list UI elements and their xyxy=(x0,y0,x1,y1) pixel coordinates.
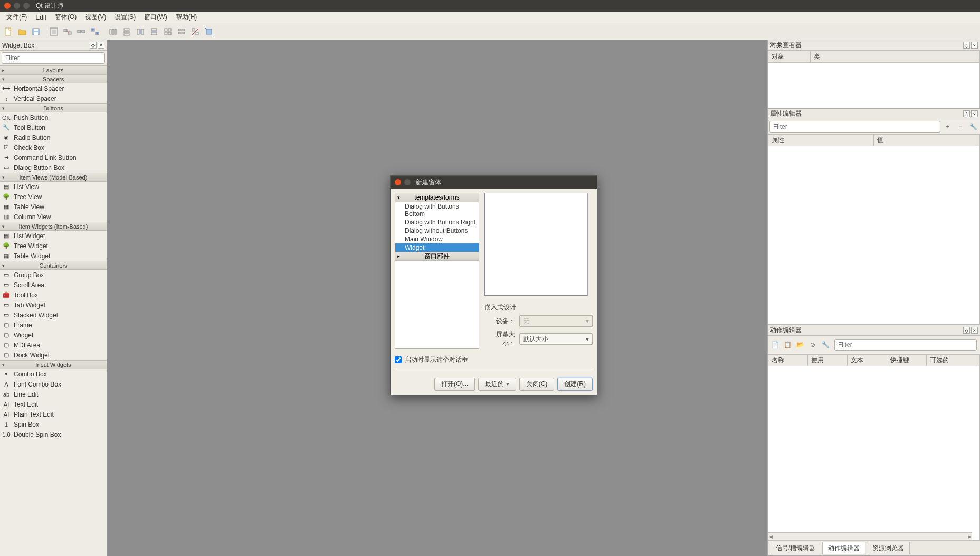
adjust-size-icon[interactable] xyxy=(203,25,215,38)
edit-widgets-icon[interactable] xyxy=(47,25,60,38)
panel-float-icon[interactable]: ◇ xyxy=(963,42,970,49)
widget-category[interactable]: ▾Input Widgets xyxy=(0,360,107,369)
tab-signals-slots[interactable]: 信号/槽编辑器 xyxy=(770,542,821,554)
configure-icon[interactable]: 🔧 xyxy=(968,121,978,132)
copy-action-icon[interactable]: 📋 xyxy=(782,340,793,350)
widget-category[interactable]: ▾Item Widgets (Item-Based) xyxy=(0,222,107,231)
widget-item[interactable]: AFont Combo Box xyxy=(0,379,107,389)
widget-category[interactable]: ▾Containers xyxy=(0,261,107,270)
widget-item[interactable]: ▭Scroll Area xyxy=(0,280,107,290)
widget-category[interactable]: ▸Layouts xyxy=(0,65,107,74)
template-item[interactable]: Dialog without Buttons xyxy=(395,227,479,235)
menu-settings[interactable]: 设置(S) xyxy=(110,12,140,23)
widget-item[interactable]: ▦Table View xyxy=(0,202,107,212)
recent-button[interactable]: 最近的 xyxy=(478,378,516,391)
widget-category[interactable]: ▾Buttons xyxy=(0,103,107,112)
template-item[interactable]: Main Window xyxy=(395,235,479,243)
design-canvas[interactable]: 新建窗体 ▾templates/forms Dialog with Button… xyxy=(107,40,767,556)
layout-hbox-icon[interactable] xyxy=(107,25,119,38)
open-button[interactable]: 打开(O)... xyxy=(434,378,475,391)
template-item[interactable]: Widget xyxy=(395,243,479,252)
new-action-icon[interactable]: 📄 xyxy=(769,340,780,350)
screen-size-select[interactable]: 默认大小▾ xyxy=(519,333,593,345)
delete-action-icon[interactable]: ⊘ xyxy=(807,340,818,350)
panel-close-icon[interactable]: × xyxy=(98,42,104,49)
panel-close-icon[interactable]: × xyxy=(971,42,978,49)
panel-float-icon[interactable]: ◇ xyxy=(963,327,970,334)
widget-item[interactable]: AIText Edit xyxy=(0,399,107,409)
widget-item[interactable]: ▭Dialog Button Box xyxy=(0,163,107,173)
widget-item[interactable]: ⟷Horizontal Spacer xyxy=(0,83,107,93)
widget-item[interactable]: ▢MDI Area xyxy=(0,340,107,350)
action-col-shortcut[interactable]: 快捷键 xyxy=(887,355,927,366)
menu-form[interactable]: 窗体(O) xyxy=(51,12,81,23)
close-icon[interactable] xyxy=(4,3,11,9)
layout-form-icon[interactable] xyxy=(175,25,188,38)
widget-item[interactable]: 🌳Tree View xyxy=(0,192,107,202)
edit-taborder-icon[interactable] xyxy=(89,25,101,38)
widget-item[interactable]: ▦Table Widget xyxy=(0,251,107,261)
save-file-icon[interactable] xyxy=(30,25,42,38)
horizontal-scrollbar[interactable]: ◂▸ xyxy=(768,532,972,540)
layout-grid-icon[interactable] xyxy=(161,25,174,38)
templates-tree[interactable]: ▾templates/forms Dialog with Buttons Bot… xyxy=(395,193,479,349)
close-button[interactable]: 关闭(C) xyxy=(519,378,555,391)
action-col-checkable[interactable]: 可选的 xyxy=(927,355,979,366)
break-layout-icon[interactable] xyxy=(189,25,202,38)
paste-action-icon[interactable]: 📂 xyxy=(795,340,805,350)
add-property-icon[interactable]: + xyxy=(943,121,953,132)
panel-close-icon[interactable]: × xyxy=(971,110,978,117)
widget-item[interactable]: ▤List View xyxy=(0,182,107,192)
templates-header[interactable]: ▾templates/forms xyxy=(395,193,479,202)
menu-edit[interactable]: Edit xyxy=(31,13,51,22)
widget-category[interactable]: ▾Spacers xyxy=(0,74,107,83)
new-file-icon[interactable] xyxy=(2,25,15,38)
dialog-close-icon[interactable] xyxy=(395,179,401,185)
widget-item[interactable]: ▢Frame xyxy=(0,320,107,330)
widget-box-list[interactable]: ▸Layouts▾Spacers⟷Horizontal Spacer↕Verti… xyxy=(0,65,107,556)
tab-resource-browser[interactable]: 资源浏览器 xyxy=(867,542,910,554)
widget-item[interactable]: ▢Dock Widget xyxy=(0,350,107,360)
widget-item[interactable]: abLine Edit xyxy=(0,389,107,399)
object-col-object[interactable]: 对象 xyxy=(768,51,811,62)
action-col-name[interactable]: 名称 xyxy=(768,355,808,366)
widget-item[interactable]: 🌳Tree Widget xyxy=(0,241,107,251)
object-col-class[interactable]: 类 xyxy=(811,51,979,62)
widget-item[interactable]: ↕Vertical Spacer xyxy=(0,93,107,103)
window-parts-header[interactable]: ▸窗口部件 xyxy=(395,252,479,261)
widget-item[interactable]: 1.0Double Spin Box xyxy=(0,429,107,439)
widget-item[interactable]: ▭Tab Widget xyxy=(0,300,107,310)
widget-item[interactable]: 1Spin Box xyxy=(0,419,107,429)
template-item[interactable]: Dialog with Buttons Right xyxy=(395,218,479,227)
widget-category[interactable]: ▾Item Views (Model-Based) xyxy=(0,173,107,182)
widget-item[interactable]: ▭Stacked Widget xyxy=(0,310,107,320)
open-file-icon[interactable] xyxy=(16,25,28,38)
show-on-startup-checkbox[interactable]: 启动时显示这个对话框 xyxy=(395,355,593,364)
panel-float-icon[interactable]: ◇ xyxy=(90,42,97,49)
widget-item[interactable]: ▤List Widget xyxy=(0,231,107,241)
action-col-text[interactable]: 文本 xyxy=(848,355,887,366)
minimize-icon[interactable] xyxy=(14,3,20,9)
widget-item[interactable]: ▭Group Box xyxy=(0,270,107,280)
widget-item[interactable]: ☑Check Box xyxy=(0,143,107,153)
configure-action-icon[interactable]: 🔧 xyxy=(820,340,831,350)
dialog-minimize-icon[interactable] xyxy=(404,179,411,185)
widget-item[interactable]: 🧰Tool Box xyxy=(0,290,107,300)
property-col-value[interactable]: 值 xyxy=(874,135,979,146)
layout-hsplit-icon[interactable] xyxy=(134,25,147,38)
maximize-icon[interactable] xyxy=(23,3,30,9)
widget-item[interactable]: ◉Radio Button xyxy=(0,133,107,143)
widget-item[interactable]: ➜Command Link Button xyxy=(0,153,107,163)
widget-item[interactable]: ▥Column View xyxy=(0,212,107,222)
widget-item[interactable]: OKPush Button xyxy=(0,112,107,122)
widget-box-filter[interactable] xyxy=(2,52,105,64)
panel-float-icon[interactable]: ◇ xyxy=(963,110,970,117)
remove-property-icon[interactable]: − xyxy=(955,121,966,132)
widget-item[interactable]: AIPlain Text Edit xyxy=(0,409,107,419)
action-filter[interactable] xyxy=(834,339,977,351)
menu-window[interactable]: 窗口(W) xyxy=(140,12,171,23)
menu-view[interactable]: 视图(V) xyxy=(81,12,110,23)
edit-buddies-icon[interactable] xyxy=(75,25,88,38)
tab-action-editor[interactable]: 动作编辑器 xyxy=(822,542,865,554)
template-item[interactable]: Dialog with Buttons Bottom xyxy=(395,202,479,218)
